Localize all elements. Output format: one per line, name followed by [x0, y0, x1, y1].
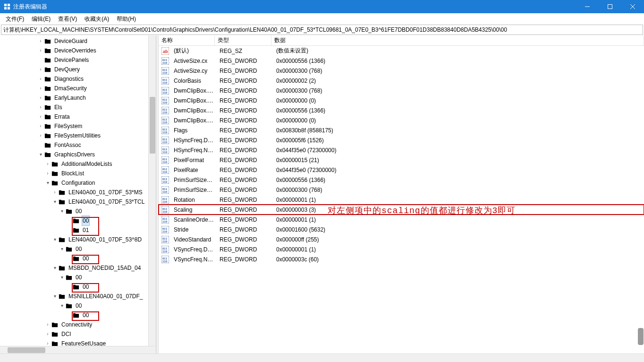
tree-item[interactable]: 00 [0, 310, 156, 320]
value-row[interactable]: ActiveSize.cyREG_DWORD0x00000300 (768) [159, 66, 644, 76]
chevron-down-icon[interactable]: ▾ [51, 263, 58, 273]
tree-item-label: MSNILLEN40A00_01_07DF_ [68, 292, 144, 301]
value-name: DwmClipBox.b... [171, 87, 217, 94]
tree-item[interactable]: ▾MSNILLEN40A00_01_07DF_ [0, 292, 156, 301]
tree-item[interactable]: ›EarlyLaunch [0, 93, 156, 103]
tree-item[interactable]: DevicePanels [0, 55, 156, 65]
tree-item[interactable]: ▾GraphicsDrivers [0, 150, 156, 159]
chevron-down-icon[interactable]: ▾ [59, 244, 65, 254]
tree-item[interactable]: ▾MSBDD_NOEDID_15AD_04 [0, 263, 156, 273]
menu-view[interactable]: 查看(V) [54, 14, 81, 24]
value-row[interactable]: DwmClipBox.topREG_DWORD0x00000000 (0) [159, 115, 644, 125]
value-row[interactable]: PixelFormatREG_DWORD0x00000015 (21) [159, 155, 644, 165]
list-v-scrollbar[interactable] [637, 35, 644, 353]
tree-item[interactable]: ›FileSystemUtilities [0, 131, 156, 140]
chevron-right-icon[interactable]: › [44, 320, 51, 329]
tree-item[interactable]: ▾00 [0, 244, 156, 254]
value-row[interactable]: DwmClipBox.b...REG_DWORD0x00000300 (768) [159, 86, 644, 95]
tree-item[interactable]: ▾00 [0, 301, 156, 310]
tree-item[interactable]: ›DCI [0, 329, 156, 339]
tree-item-label: 00 [82, 282, 90, 292]
value-row[interactable]: DwmClipBox.ri...REG_DWORD0x00000556 (136… [159, 105, 644, 115]
col-type[interactable]: 类型 [215, 35, 271, 45]
close-button[interactable] [621, 0, 644, 13]
tree-item[interactable]: FontAssoc [0, 140, 156, 150]
value-row[interactable]: VSyncFreq.Nu...REG_DWORD0x0000003c (60) [159, 254, 644, 264]
tree-item[interactable]: ›LEN40A00_01_07DF_53*MS [0, 188, 156, 197]
tree-item[interactable]: ›DmaSecurity [0, 84, 156, 93]
tree-item[interactable]: ▾LEN40A00_01_07DF_53*TCL [0, 197, 156, 207]
chevron-down-icon[interactable]: ▾ [51, 197, 58, 207]
tree-item[interactable]: ›DevQuery [0, 65, 156, 74]
value-row[interactable]: ColorBasisREG_DWORD0x00000002 (2) [159, 76, 644, 86]
chevron-down-icon[interactable]: ▾ [44, 178, 51, 188]
tree-item[interactable]: ›Errata [0, 112, 156, 121]
chevron-right-icon[interactable]: › [37, 84, 44, 93]
tree-item[interactable]: ›Els [0, 103, 156, 112]
tree-item[interactable]: ›FileSystem [0, 121, 156, 131]
col-data[interactable]: 数据 [271, 35, 644, 45]
chevron-right-icon[interactable]: › [44, 329, 51, 339]
chevron-down-icon[interactable]: ▾ [51, 292, 58, 301]
value-row[interactable]: PrimSurfSize.cxREG_DWORD0x00000556 (1366… [159, 175, 644, 185]
address-bar[interactable]: 计算机\HKEY_LOCAL_MACHINE\SYSTEM\ControlSet… [1, 25, 643, 35]
value-row[interactable]: HSyncFreq.Nu...REG_DWORD0x044f35e0 (7230… [159, 145, 644, 155]
chevron-right-icon[interactable]: › [51, 188, 58, 197]
tree-item[interactable]: ›Diagnostics [0, 74, 156, 84]
menu-file[interactable]: 文件(F) [2, 14, 28, 24]
value-row[interactable]: PixelRateREG_DWORD0x044f35e0 (72300000) [159, 165, 644, 175]
tree-item[interactable]: ▾LEN40A00_01_07DF_53^8D [0, 235, 156, 244]
chevron-right-icon[interactable]: › [37, 36, 44, 46]
minimize-button[interactable] [576, 0, 599, 13]
value-row[interactable]: RotationREG_DWORD0x00000001 (1) [159, 195, 644, 205]
value-type: REG_SZ [217, 48, 273, 54]
value-row[interactable]: PrimSurfSize.cyREG_DWORD0x00000300 (768) [159, 185, 644, 195]
tree-h-scrollbar[interactable] [0, 346, 156, 353]
chevron-down-icon[interactable]: ▾ [37, 150, 44, 159]
value-row[interactable]: StrideREG_DWORD0x00001600 (5632) [159, 224, 644, 234]
tree-item[interactable]: ›AdditionalModeLists [0, 159, 156, 169]
value-row[interactable]: FlagsREG_DWORD0x00830b8f (8588175) [159, 125, 644, 135]
tree-item[interactable]: ▾Configuration [0, 178, 156, 188]
value-row[interactable]: (默认)REG_SZ(数值未设置) [159, 46, 644, 56]
col-name[interactable]: 名称 [159, 35, 215, 45]
menu-help[interactable]: 帮助(H) [113, 14, 140, 24]
tree-item[interactable]: ›Connectivity [0, 320, 156, 329]
maximize-button[interactable] [599, 0, 621, 13]
chevron-right-icon[interactable]: › [37, 65, 44, 74]
menu-favorites[interactable]: 收藏夹(A) [81, 14, 113, 24]
value-row[interactable]: ActiveSize.cxREG_DWORD0x00000556 (1366) [159, 56, 644, 66]
tree-item[interactable]: ▾00 [0, 207, 156, 216]
chevron-right-icon[interactable]: › [37, 121, 44, 131]
tree-item[interactable]: 00 [0, 282, 156, 292]
value-row[interactable]: HSyncFreq.Den...REG_DWORD0x000005f6 (152… [159, 135, 644, 145]
chevron-right-icon[interactable]: › [37, 93, 44, 103]
value-row[interactable]: ScanlineOrderi...REG_DWORD0x00000001 (1) [159, 215, 644, 224]
tree-item[interactable]: 00 [0, 254, 156, 263]
chevron-down-icon[interactable]: ▾ [59, 273, 65, 282]
chevron-right-icon[interactable]: › [37, 131, 44, 140]
value-row[interactable]: DwmClipBox.leftREG_DWORD0x00000000 (0) [159, 95, 644, 105]
tree-item[interactable]: ›DeviceOverrides [0, 46, 156, 55]
value-row[interactable]: VSyncFreq.Den...REG_DWORD0x00000001 (1) [159, 244, 644, 254]
tree-item[interactable]: 01 [0, 225, 156, 235]
value-name: HSyncFreq.Nu... [171, 147, 217, 154]
menu-edit[interactable]: 编辑(E) [28, 14, 54, 24]
tree-item[interactable]: ›BlockList [0, 169, 156, 178]
value-row[interactable]: VideoStandardREG_DWORD0x000000ff (255) [159, 234, 644, 244]
tree-v-scrollbar[interactable] [148, 35, 156, 346]
chevron-right-icon[interactable]: › [37, 74, 44, 84]
chevron-right-icon[interactable]: › [37, 112, 44, 121]
chevron-down-icon[interactable]: ▾ [59, 207, 65, 216]
chevron-down-icon[interactable]: ▾ [59, 301, 65, 310]
tree-item[interactable]: 00 [0, 216, 156, 225]
window-title: 注册表编辑器 [13, 3, 47, 11]
chevron-right-icon[interactable]: › [44, 159, 51, 169]
tree-item[interactable]: ▾00 [0, 273, 156, 282]
chevron-right-icon[interactable]: › [44, 169, 51, 178]
chevron-right-icon[interactable]: › [37, 103, 44, 112]
tree-item[interactable]: ›DeviceGuard [0, 36, 156, 46]
chevron-right-icon[interactable]: › [37, 46, 44, 55]
chevron-down-icon[interactable]: ▾ [51, 235, 58, 244]
value-type: REG_DWORD [217, 87, 273, 94]
